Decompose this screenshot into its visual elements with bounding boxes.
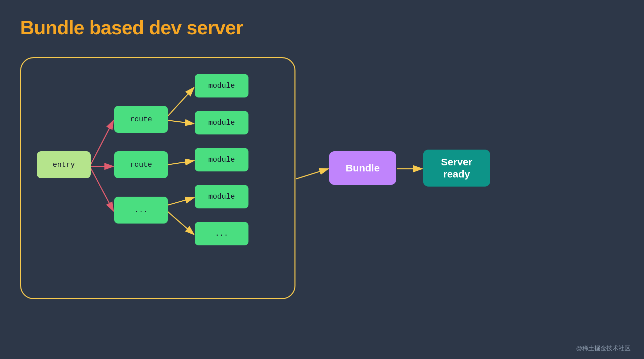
module2-node: module — [195, 111, 248, 134]
module1-node: module — [195, 74, 248, 97]
dots1-node: ... — [114, 197, 168, 224]
diagram-area: entry route route ... module module modu… — [20, 47, 625, 329]
svg-line-10 — [296, 169, 328, 179]
module3-node: module — [195, 148, 248, 171]
bundle-process-box — [20, 57, 295, 299]
entry-node: entry — [37, 151, 91, 178]
route1-node: route — [114, 106, 168, 133]
bundle-node: Bundle — [329, 151, 396, 185]
dots2-node: ... — [195, 222, 248, 245]
route2-node: route — [114, 151, 168, 178]
module4-node: module — [195, 185, 248, 208]
watermark: @稀土掘金技术社区 — [576, 344, 631, 352]
server-ready-node: Server ready — [423, 150, 490, 187]
slide-title: Bundle based dev server — [20, 16, 243, 39]
